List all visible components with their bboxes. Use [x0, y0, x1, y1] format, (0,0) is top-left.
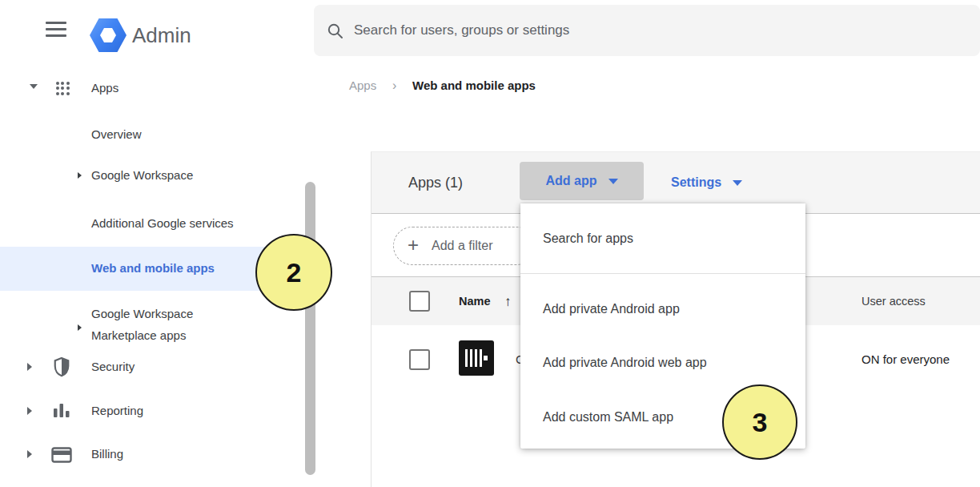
sidebar-item-web-and-mobile-apps[interactable]: Web and mobile apps	[91, 258, 215, 279]
app-logo-icon	[459, 340, 494, 376]
column-header-user-access: User access	[862, 277, 926, 326]
expand-arrow-icon[interactable]	[78, 172, 82, 179]
annotation-number: 2	[287, 257, 302, 288]
search-icon	[327, 22, 343, 39]
menu-item-search-for-apps[interactable]: Search for apps	[520, 223, 805, 255]
expand-arrow-icon[interactable]	[78, 324, 82, 331]
column-header-name[interactable]: Name	[459, 277, 491, 326]
security-shield-icon	[53, 356, 70, 377]
dropdown-arrow-icon	[608, 179, 618, 184]
sidebar-item-security[interactable]: Security	[91, 356, 135, 377]
admin-logo-icon[interactable]	[90, 18, 127, 52]
search-placeholder: Search for users, groups or settings	[354, 5, 569, 56]
annotation-number: 3	[753, 407, 768, 438]
user-access-value: ON for everyone	[862, 325, 950, 394]
settings-label: Settings	[671, 175, 721, 189]
add-app-button[interactable]: Add app	[520, 162, 644, 200]
menu-item-add-private-android-app[interactable]: Add private Android app	[520, 293, 805, 325]
sidebar-item-marketplace-apps[interactable]: Google Workspace Marketplace apps	[91, 303, 239, 346]
menu-icon[interactable]	[46, 22, 66, 37]
sidebar-item-google-workspace[interactable]: Google Workspace	[91, 165, 193, 186]
product-title: Admin	[132, 18, 191, 52]
annotation-step-3: 3	[722, 384, 797, 460]
sidebar-item-additional-google-services[interactable]: Additional Google services	[91, 213, 234, 234]
plus-icon: +	[408, 227, 419, 264]
sidebar-item-apps[interactable]: Apps	[91, 78, 118, 99]
billing-card-icon	[51, 447, 72, 463]
add-app-label: Add app	[546, 174, 597, 187]
sidebar-item-reporting[interactable]: Reporting	[91, 400, 143, 421]
expand-arrow-icon[interactable]	[27, 363, 32, 371]
google-admin-console: Admin Search for users, groups or settin…	[0, 0, 980, 487]
annotation-step-2: 2	[255, 234, 332, 311]
apps-grid-icon	[56, 82, 71, 97]
sort-ascending-icon[interactable]: ↑	[504, 277, 512, 326]
breadcrumb-parent[interactable]: Apps	[349, 75, 376, 96]
row-checkbox[interactable]	[409, 349, 430, 370]
expand-arrow-icon[interactable]	[27, 407, 32, 415]
menu-item-add-private-android-web-app[interactable]: Add private Android web app	[520, 347, 805, 379]
select-all-checkbox[interactable]	[409, 291, 430, 312]
reporting-chart-icon	[53, 403, 70, 419]
search-input[interactable]: Search for users, groups or settings	[314, 5, 980, 56]
add-filter-chip[interactable]: + Add a filter	[393, 227, 536, 265]
menu-divider	[520, 273, 805, 274]
breadcrumb-chevron-icon: ›	[392, 75, 396, 96]
add-filter-label: Add a filter	[432, 227, 492, 264]
sidebar-item-overview[interactable]: Overview	[91, 124, 142, 145]
sidebar-scrollbar[interactable]	[305, 182, 315, 475]
breadcrumb-current: Web and mobile apps	[412, 75, 536, 96]
collapse-arrow-icon[interactable]	[30, 84, 38, 89]
expand-arrow-icon[interactable]	[27, 450, 32, 458]
dropdown-arrow-icon	[733, 180, 742, 186]
list-title: Apps (1)	[408, 152, 463, 213]
sidebar-item-billing[interactable]: Billing	[91, 444, 123, 465]
